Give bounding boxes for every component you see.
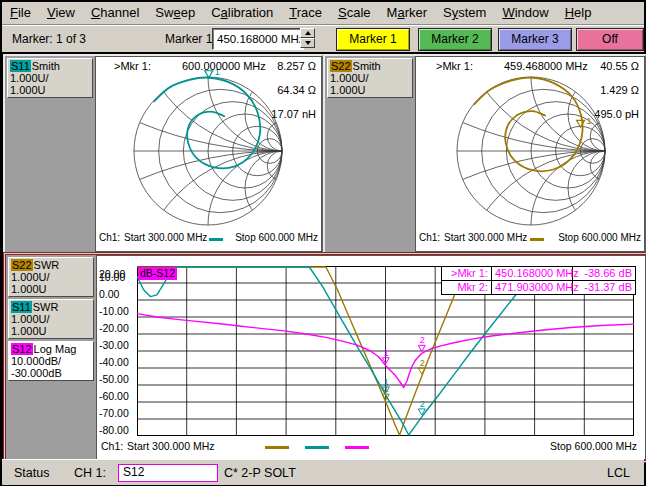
- marker-readout-label: >Mkr 1:: [436, 60, 473, 72]
- trace-block-s22[interactable]: S22Smith1.000U/1.000U: [327, 58, 413, 98]
- sidebar-s22: S22Smith1.000U/1.000U: [325, 56, 415, 252]
- svg-text:2: 2: [420, 358, 425, 368]
- button-marker-2[interactable]: Marker 2: [418, 28, 492, 51]
- marker-readout-label: >Mkr 1:: [442, 267, 492, 281]
- panel-s11-smith: S11Smith1.000U/1.000U 1 >Mkr 1: 600.0000…: [3, 54, 324, 254]
- status-label: Status: [14, 466, 49, 480]
- marker-readout-value: -38.66 dB: [573, 267, 635, 281]
- svg-text:1: 1: [384, 348, 389, 358]
- menu-item-help[interactable]: Help: [557, 2, 600, 24]
- footer-stop-frequency: Stop 600.000 MHz: [558, 232, 641, 243]
- down-arrow-icon: [305, 41, 311, 45]
- marker-toolbar: Marker: 1 of 3 Marker 1 Marker 1Marker 2…: [2, 25, 644, 52]
- marker-count-label: Marker: 1 of 3: [12, 32, 86, 46]
- trace-scale-label: 1.000U/: [10, 72, 90, 84]
- footer-start-frequency: Start 300.000 MHz: [444, 232, 527, 243]
- sidebar-s11: S11Smith1.000U/1.000U: [5, 56, 95, 252]
- footer-channel: Ch1:: [101, 440, 123, 452]
- trace-ref-label: 1.000U: [11, 283, 91, 295]
- trace-ref-label: 1.000U: [10, 84, 90, 96]
- chart-area-s11: 1 >Mkr 1: 600.000000 MHz 8.257 Ω 64.34 Ω…: [95, 56, 322, 252]
- menu-item-calibration[interactable]: Calibration: [203, 2, 281, 24]
- svg-text:2: 2: [420, 335, 425, 345]
- button-marker-3[interactable]: Marker 3: [498, 28, 572, 51]
- menu-item-scale[interactable]: Scale: [330, 2, 379, 24]
- marker-frequency-input[interactable]: [212, 28, 304, 50]
- status-bar: Status CH 1: S12 C* 2-P SOLT LCL: [2, 459, 644, 485]
- trace-dashes: [265, 446, 369, 449]
- y-tick-label: -60.00: [99, 390, 129, 402]
- marker-readout-label: >Mkr 1:: [114, 60, 151, 72]
- footer-channel: Ch1:: [419, 232, 440, 243]
- y-tick-label: -30.00: [99, 339, 129, 351]
- menu-item-marker[interactable]: Marker: [379, 2, 435, 24]
- marker-readout-val3: 17.07 nH: [271, 108, 316, 120]
- trace-dash: [345, 446, 369, 449]
- trace-format-label: SWR: [33, 301, 59, 313]
- y-tick-label: -50.00: [99, 373, 129, 385]
- trace-dash: [530, 238, 544, 241]
- footer-start-frequency: Start 300.000 MHz: [124, 232, 207, 243]
- chart-area-s22: 1 >Mkr 1: 459.468000 MHz 40.55 Ω 1.429 Ω…: [415, 56, 645, 252]
- marker-readout-value: -31.37 dB: [573, 281, 635, 294]
- trace-block-s22[interactable]: S22SWR1.000U/1.000U: [8, 257, 94, 297]
- trace-scale-label: 1.000U/: [11, 313, 91, 325]
- marker-readout-freq: 600.000000 MHz: [182, 60, 266, 72]
- svg-text:2: 2: [420, 399, 425, 409]
- svg-text:1: 1: [384, 377, 389, 387]
- trace-block-s11[interactable]: S11SWR1.000U/1.000U: [8, 299, 94, 339]
- button-off[interactable]: Off: [576, 28, 644, 51]
- menu-item-sweep[interactable]: Sweep: [147, 2, 203, 24]
- menu-bar: FileViewChannelSweepCalibrationTraceScal…: [2, 2, 644, 25]
- button-marker-1[interactable]: Marker 1: [336, 28, 410, 51]
- trace-param-badge: S12: [11, 343, 33, 355]
- y-tick-label: 0.00: [99, 288, 119, 300]
- trace-dash: [209, 238, 223, 241]
- panel-bottom-plot: S22SWR1.000U/1.000US11SWR1.000U/1.000US1…: [3, 252, 646, 463]
- menu-item-view[interactable]: View: [39, 2, 83, 24]
- stepper-up-button[interactable]: [300, 28, 315, 38]
- marker-readout-freq: 450.168000 MHz: [492, 267, 573, 281]
- y-tick-label: -70.00: [99, 407, 129, 419]
- footer-start-frequency: Start 300.000 MHz: [127, 440, 215, 452]
- stepper-down-button[interactable]: [300, 38, 315, 48]
- menu-item-trace[interactable]: Trace: [281, 2, 330, 24]
- trace-scale-label: 1.000U/: [11, 271, 91, 283]
- marker-field-label: Marker 1: [165, 32, 212, 46]
- channel-label: CH 1:: [74, 466, 106, 480]
- footer-stop-frequency: Stop 600.000 MHz: [235, 232, 318, 243]
- y-tick-label: -20.00: [99, 322, 129, 334]
- menu-item-channel[interactable]: Channel: [83, 2, 147, 24]
- trace-param-badge: S22: [330, 60, 352, 72]
- menu-item-system[interactable]: System: [435, 2, 494, 24]
- trace-ref-label: 1.000U: [330, 84, 410, 96]
- marker-readout-val2: 1.429 Ω: [600, 84, 639, 96]
- corner-trace-label: dB-S12: [138, 267, 177, 280]
- sidebar-bottom: S22SWR1.000U/1.000US11SWR1.000U/1.000US1…: [6, 255, 96, 460]
- chart-area-bottom: 20.0010.000.00-10.00-20.00-30.00-40.00-5…: [96, 255, 646, 460]
- marker-table: >Mkr 1:450.168000 MHz-38.66 dBMkr 2:471.…: [441, 266, 636, 295]
- up-arrow-icon: [305, 31, 311, 35]
- lcl-indicator: LCL: [607, 466, 630, 480]
- channel-footer-bottom: Ch1: Start 300.000 MHz Stop 600.000 MHz: [97, 438, 645, 454]
- trace-block-s11[interactable]: S11Smith1.000U/1.000U: [7, 58, 93, 98]
- y-tick-label: -80.00: [99, 424, 129, 436]
- trace-ref-label: 1.000U: [11, 325, 91, 337]
- y-tick-label: -10.00: [99, 305, 129, 317]
- trace-format-label: Smith: [353, 60, 381, 72]
- footer-stop-frequency: Stop 600.000 MHz: [550, 440, 637, 452]
- channel-footer-s11: Ch1: Start 300.000 MHz Stop 600.000 MHz: [96, 230, 321, 246]
- y-tick-label: -40.00: [99, 356, 129, 368]
- trace-dash: [305, 446, 329, 449]
- trace-format-label: Log Mag: [34, 343, 77, 355]
- trace-param-badge: S11: [10, 60, 31, 72]
- y-axis-ticks: 20.0010.000.00-10.00-20.00-30.00-40.00-5…: [97, 256, 137, 446]
- trace-block-s12[interactable]: S12Log Mag10.000dB/-30.000dB: [8, 341, 94, 381]
- menu-item-window[interactable]: Window: [494, 2, 556, 24]
- marker-readout-val1: 40.55 Ω: [600, 60, 639, 72]
- trace-format-label: Smith: [32, 60, 60, 72]
- measurement-box[interactable]: S12: [118, 464, 218, 482]
- trace-scale-label: 1.000U/: [330, 72, 410, 84]
- trace-format-label: SWR: [34, 259, 60, 271]
- menu-item-file[interactable]: File: [2, 2, 39, 24]
